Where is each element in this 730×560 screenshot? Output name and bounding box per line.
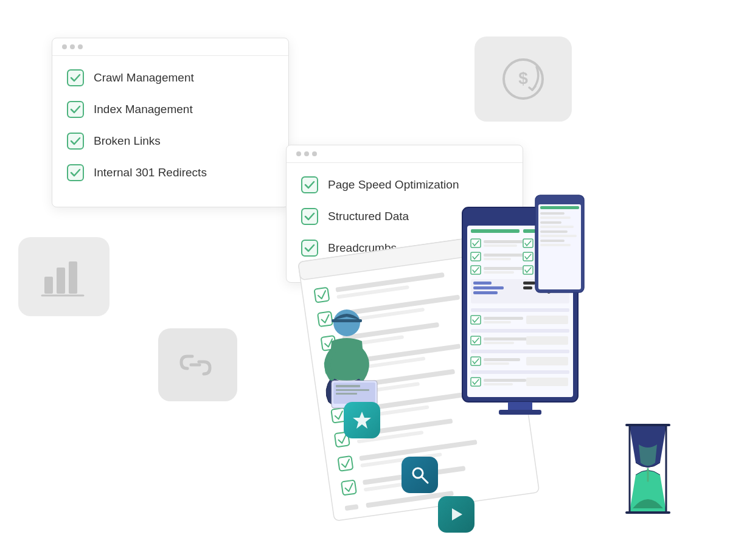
card-left: Crawl Management Index Management Broken…: [52, 38, 289, 207]
svg-marker-120: [452, 508, 462, 520]
card-left-items: Crawl Management Index Management Broken…: [52, 56, 288, 195]
svg-rect-94: [484, 379, 526, 382]
svg-rect-103: [540, 216, 571, 219]
svg-rect-70: [473, 291, 498, 294]
list-item: Crawl Management: [52, 62, 288, 94]
list-item: Index Management: [52, 94, 288, 125]
svg-rect-98: [499, 410, 541, 415]
svg-rect-87: [471, 350, 569, 353]
check-icon: [67, 69, 84, 86]
svg-rect-107: [540, 235, 577, 237]
star-icon: [344, 402, 380, 438]
svg-rect-2: [44, 277, 53, 294]
svg-rect-85: [484, 342, 514, 344]
chain-link-icon: [158, 328, 237, 401]
svg-marker-117: [353, 412, 371, 429]
check-icon: [67, 133, 84, 150]
svg-rect-79: [484, 317, 523, 320]
svg-rect-56: [484, 254, 526, 257]
bar-chart-icon: [18, 237, 109, 316]
card-right-topbar: [287, 145, 523, 163]
svg-rect-69: [473, 286, 504, 289]
svg-rect-16: [314, 288, 329, 303]
svg-rect-86: [526, 336, 568, 345]
dollar-refresh-icon: $: [474, 36, 572, 122]
svg-rect-62: [484, 267, 529, 270]
svg-rect-3: [57, 268, 65, 294]
svg-rect-97: [508, 402, 532, 411]
svg-rect-51: [484, 244, 517, 247]
svg-rect-102: [540, 212, 565, 215]
svg-rect-91: [526, 357, 568, 365]
list-item: Broken Links: [52, 125, 288, 157]
dot3: [78, 44, 83, 49]
list-item: Internal 301 Redirects: [52, 157, 288, 188]
svg-rect-106: [540, 230, 568, 233]
item-label: Crawl Management: [94, 71, 194, 85]
check-icon: [67, 164, 84, 181]
svg-rect-68: [473, 282, 492, 285]
svg-rect-108: [540, 240, 565, 242]
svg-rect-7: [68, 70, 83, 86]
dot2: [70, 44, 75, 49]
play-icon: [438, 496, 474, 533]
svg-text:$: $: [518, 69, 528, 88]
svg-rect-37: [338, 456, 353, 471]
svg-rect-84: [484, 337, 529, 340]
svg-point-110: [333, 309, 360, 336]
svg-rect-80: [484, 321, 511, 323]
svg-rect-92: [471, 370, 569, 374]
svg-rect-10: [68, 165, 83, 181]
dot1: [296, 151, 301, 156]
card-left-topbar: [52, 38, 288, 56]
svg-rect-89: [484, 358, 520, 361]
svg-rect-116: [336, 393, 357, 395]
svg-rect-90: [484, 362, 509, 365]
svg-rect-81: [526, 316, 568, 324]
svg-rect-77: [471, 308, 569, 312]
svg-rect-105: [540, 226, 574, 228]
dot1: [62, 44, 67, 49]
svg-rect-57: [484, 258, 511, 260]
svg-rect-82: [471, 329, 569, 333]
svg-rect-101: [540, 206, 579, 209]
check-icon: [67, 101, 84, 118]
svg-rect-114: [336, 385, 360, 387]
svg-rect-63: [484, 271, 514, 274]
search-icon: [401, 457, 438, 493]
svg-rect-9: [68, 133, 83, 149]
svg-rect-40: [341, 480, 356, 496]
item-label: Index Management: [94, 103, 193, 116]
item-label: Internal 301 Redirects: [94, 166, 207, 179]
hourglass-icon: [617, 420, 678, 517]
svg-rect-95: [484, 383, 513, 385]
svg-line-119: [422, 477, 428, 483]
item-label: Broken Links: [94, 134, 161, 148]
svg-rect-104: [540, 221, 561, 224]
svg-rect-96: [526, 378, 568, 386]
svg-rect-47: [471, 229, 520, 233]
scene: $: [0, 0, 730, 560]
dot2: [304, 151, 309, 156]
svg-rect-115: [336, 389, 369, 391]
svg-rect-111: [332, 319, 362, 322]
svg-rect-8: [68, 102, 83, 117]
svg-rect-4: [69, 261, 77, 294]
svg-rect-109: [540, 244, 571, 246]
dot3: [312, 151, 317, 156]
svg-rect-73: [523, 286, 532, 289]
svg-rect-71: [523, 282, 535, 285]
